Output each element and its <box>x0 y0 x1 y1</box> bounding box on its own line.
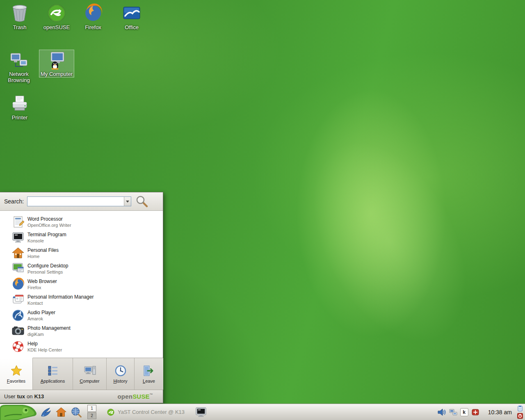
trash-icon <box>10 3 30 23</box>
favorite-title: Word Processor <box>27 216 71 222</box>
kickoff-menu: Search: Word Processor Ope <box>0 192 163 403</box>
favorite-item-word-processor[interactable]: Word Processor OpenOffice.org Writer <box>0 214 163 230</box>
footer-on-word: on <box>27 393 32 399</box>
taskbar: 1 2 YaST Control Center @ K13 <box>0 404 525 420</box>
desktop-surface[interactable]: Trash openSUSE Firefox <box>0 0 525 420</box>
opensuse-geeko-icon <box>47 3 66 23</box>
network-tray-icon[interactable] <box>449 408 458 417</box>
task-button-yast[interactable]: YaST Control Center @ K13 <box>102 405 189 419</box>
kickoff-footer: User tux on K13 openSUSE™ <box>0 390 163 403</box>
red-tool-icon <box>471 408 479 416</box>
desktop-icon-label: Office <box>114 24 149 30</box>
desktop-icon-label: Firefox <box>76 24 110 30</box>
favorite-item-terminal[interactable]: Terminal Program Konsole <box>0 230 163 245</box>
applications-list-icon <box>46 364 59 377</box>
office-icon <box>122 3 142 23</box>
geeko-start-icon <box>0 404 38 420</box>
favorite-item-configure-desktop[interactable]: Configure Desktop Personal Settings <box>0 261 163 276</box>
pager-desktop-1[interactable]: 1 <box>87 405 96 412</box>
blue-swoosh-icon <box>40 406 52 418</box>
word-processor-icon <box>11 215 25 228</box>
power-applet-icon[interactable] <box>517 413 523 419</box>
favorite-item-photo-management[interactable]: Photo Management digiKam <box>0 323 163 339</box>
printer-icon <box>10 94 30 113</box>
search-label: Search: <box>4 198 24 205</box>
favorite-subtitle: Firefox <box>27 285 57 290</box>
volume-tray-icon[interactable] <box>437 408 446 417</box>
klipper-red-tray-icon[interactable] <box>471 408 480 417</box>
favorite-subtitle: KDE Help Center <box>27 347 62 353</box>
speaker-icon <box>437 408 446 417</box>
favorite-title: Configure Desktop <box>27 263 68 269</box>
desktop-icon-label: Trash <box>2 24 37 30</box>
home-icon <box>11 247 25 260</box>
favorite-subtitle: Home <box>27 253 59 259</box>
favorite-item-web-browser[interactable]: Web Browser Firefox <box>0 276 163 292</box>
my-computer-icon <box>47 50 66 70</box>
firefox-icon <box>11 278 25 291</box>
network-browsing-icon <box>9 50 29 70</box>
taskbar-konsole-button[interactable] <box>195 406 207 418</box>
camera-icon <box>11 324 25 338</box>
search-combo <box>27 196 131 206</box>
network-icon <box>449 408 458 417</box>
wallpaper-swirl <box>246 75 525 409</box>
tab-favorites[interactable]: Favorites <box>0 358 33 390</box>
search-input[interactable] <box>27 197 124 206</box>
favorite-title: Personal Information Manager <box>27 294 94 300</box>
favorite-subtitle: Konsole <box>27 238 66 244</box>
footer-hostname: K13 <box>34 393 44 399</box>
favorite-item-help[interactable]: Help KDE Help Center <box>0 339 163 354</box>
favorite-subtitle: Kontact <box>27 300 94 306</box>
computer-icon <box>83 364 96 377</box>
terminal-icon <box>11 231 25 244</box>
favorite-subtitle: digiKam <box>27 331 71 337</box>
favorite-item-audio-player[interactable]: Audio Player Amarok <box>0 308 163 323</box>
quick-launch-kontact-swoosh[interactable] <box>39 405 53 419</box>
desktop-icon-label: Network Browsing <box>2 71 36 83</box>
desktop-icon-label: Printer <box>2 114 37 121</box>
favorite-item-personal-files[interactable]: Personal Files Home <box>0 245 163 261</box>
favorite-title: Web Browser <box>27 278 57 285</box>
quick-launch-home[interactable] <box>54 405 68 419</box>
desktop-icon-office[interactable]: Office <box>114 3 149 30</box>
favorite-subtitle: Amarok <box>27 316 55 322</box>
firefox-icon <box>83 3 103 23</box>
desktop-icon-label: openSUSE <box>39 24 74 30</box>
chevron-down-icon <box>126 201 129 203</box>
clock-icon <box>114 364 127 377</box>
globe-magnifier-icon <box>70 406 82 418</box>
tab-computer[interactable]: Computer <box>73 358 107 390</box>
clipboard-applet-icon[interactable] <box>517 405 523 412</box>
taskbar-mini-applets <box>517 405 523 419</box>
favorite-title: Personal Files <box>27 247 59 253</box>
start-menu-button[interactable] <box>0 404 38 420</box>
konsole-icon <box>195 406 207 418</box>
kickoff-tab-bar: Favorites Applications <box>0 358 163 390</box>
configure-desktop-icon <box>11 262 25 275</box>
tab-history[interactable]: History <box>107 358 135 390</box>
favorite-title: Terminal Program <box>27 232 66 238</box>
taskbar-clock[interactable]: 10:38 am <box>483 409 517 415</box>
favorite-subtitle: OpenOffice.org Writer <box>27 222 71 228</box>
opensuse-logo: openSUSE™ <box>118 393 153 400</box>
search-history-dropdown[interactable] <box>124 197 131 206</box>
quick-launch-search-globe[interactable] <box>69 405 83 419</box>
desktop-icon-printer[interactable]: Printer <box>2 94 37 121</box>
desktop-icon-firefox[interactable]: Firefox <box>76 3 110 30</box>
tab-applications[interactable]: Applications <box>33 358 73 390</box>
favorite-subtitle: Personal Settings <box>27 269 68 275</box>
star-icon <box>10 364 23 377</box>
desktop-icon-trash[interactable]: Trash <box>2 3 37 30</box>
pager-desktop-2[interactable]: 2 <box>87 412 96 419</box>
favorite-title: Photo Management <box>27 325 71 331</box>
desktop-icon-network-browsing[interactable]: Network Browsing <box>2 50 36 83</box>
tab-leave[interactable]: Leave <box>135 358 163 390</box>
desktop-icon-my-computer[interactable]: My Computer <box>39 50 74 77</box>
favorite-item-pim[interactable]: Personal Information Manager Kontact <box>0 292 163 308</box>
kpowersave-tray-icon[interactable]: k <box>460 408 468 416</box>
desktop-icon-opensuse[interactable]: openSUSE <box>39 3 74 30</box>
desktop-icon-label: My Computer <box>39 71 74 77</box>
magnifier-icon <box>135 195 148 208</box>
help-lifering-icon <box>11 340 25 353</box>
